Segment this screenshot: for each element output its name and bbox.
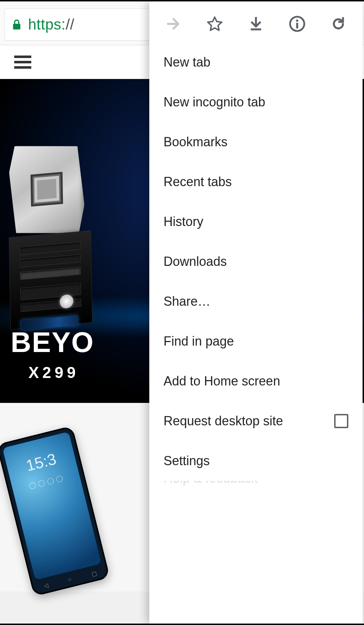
menu-label: History [164,214,203,229]
menu-item-request-desktop-site[interactable]: Request desktop site [149,401,363,441]
menu-item-new-tab[interactable]: New tab [149,42,363,82]
menu-label: Help & feedback [164,481,257,486]
menu-label: New tab [164,55,210,70]
browser-overflow-menu: New tab New incognito tab Bookmarks Rece… [149,1,363,624]
menu-item-history[interactable]: History [149,202,363,242]
url-text: https:// [28,16,74,33]
menu-item-recent-tabs[interactable]: Recent tabs [149,162,363,202]
hero-subtitle: X299 [28,364,79,382]
menu-item-settings[interactable]: Settings [149,441,363,481]
menu-label: Downloads [164,254,227,269]
menu-label: Bookmarks [164,135,228,149]
reload-icon[interactable] [329,15,348,33]
download-icon[interactable] [247,15,265,33]
menu-label: Find in page [164,334,234,349]
svg-rect-0 [13,24,21,30]
menu-label: New incognito tab [164,95,265,110]
menu-item-help-feedback[interactable]: Help & feedback [149,481,363,499]
svg-rect-4 [296,23,298,28]
menu-item-downloads[interactable]: Downloads [149,242,363,282]
menu-label: Settings [164,453,210,468]
menu-icon-row [149,9,363,42]
menu-item-share[interactable]: Share… [149,282,363,321]
svg-rect-1 [251,28,261,30]
checkbox-icon[interactable] [334,414,348,428]
phone-screen: 15:3 [2,432,102,580]
hero-title: BEYO [11,326,94,359]
url-rest: // [66,16,74,33]
url-protocol: https: [28,16,66,33]
phone-lockscreen-time: 15:3 [2,432,76,479]
menu-label: Request desktop site [164,414,283,429]
menu-item-new-incognito-tab[interactable]: New incognito tab [149,82,363,122]
menu-label: Recent tabs [164,174,232,189]
phone-image[interactable]: 15:3 ◁○▢ [0,426,110,597]
info-icon[interactable] [288,15,306,33]
menu-item-add-to-home-screen[interactable]: Add to Home screen [149,361,363,401]
menu-list: New tab New incognito tab Bookmarks Rece… [149,42,363,499]
menu-label: Add to Home screen [164,374,280,389]
menu-item-find-in-page[interactable]: Find in page [149,321,363,361]
motherboard-image [11,140,89,338]
hamburger-icon[interactable] [14,56,31,69]
star-icon[interactable] [205,15,224,33]
menu-label: Share… [164,294,210,309]
svg-point-3 [296,19,298,21]
menu-item-bookmarks[interactable]: Bookmarks [149,122,363,162]
forward-icon[interactable] [164,15,183,33]
bottom-bar [0,624,364,625]
lock-icon [12,19,22,30]
